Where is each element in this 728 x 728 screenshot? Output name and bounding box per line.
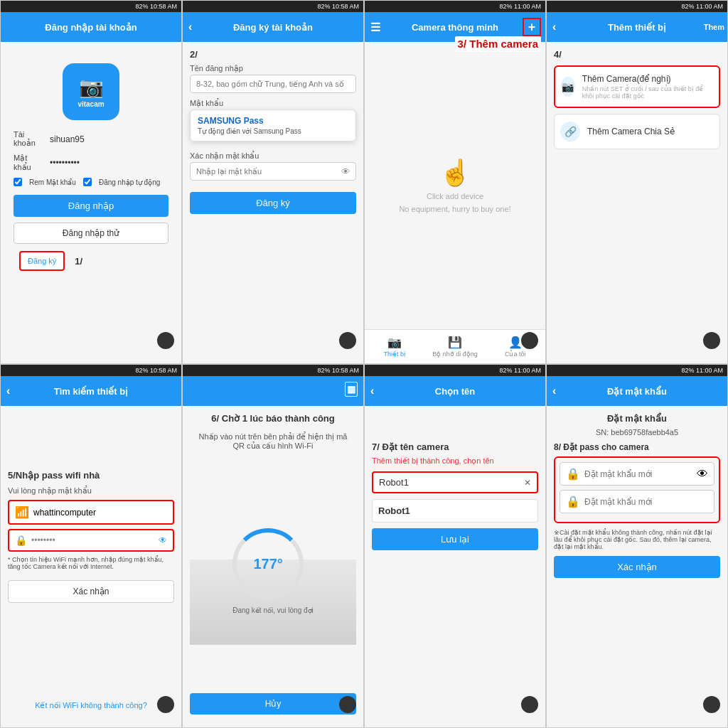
set-pass-title: Đặt mật khẩu xyxy=(554,413,720,424)
home-button-2[interactable] xyxy=(339,332,356,349)
hand-icon: ☝ xyxy=(439,158,471,188)
panel-camera: 82% 11:00 AM ☰ Camera thông minh + 3/ Th… xyxy=(364,0,546,364)
connecting-desc: Nhấp vào nút trên bên phải để hiện thị m… xyxy=(190,427,356,456)
home-button-3[interactable] xyxy=(521,332,538,349)
register-row: Đăng ký 1/ xyxy=(8,248,174,279)
hamburger-icon[interactable]: ☰ xyxy=(370,21,380,34)
connecting-header: ▦ xyxy=(183,376,363,406)
set-password-header: ‹ Đặt mật khẩu xyxy=(547,376,727,406)
step2-label: 2/ xyxy=(190,49,356,60)
warning-text: ※Cài đặt mật khẩu không thành công, nhấn… xyxy=(554,529,720,550)
login-header: Đăng nhập tài khoản xyxy=(1,12,181,42)
confirm-wifi-button[interactable]: Xác nhận xyxy=(8,580,174,603)
wifi-fail-link[interactable]: Kết nối WiFi không thành công? xyxy=(1,701,181,710)
register-header: ‹ Đăng ký tài khoản xyxy=(183,12,363,42)
step8-label: 8/ Đặt pass cho camera xyxy=(554,442,720,452)
step7-label: 7/ Đặt tên camera xyxy=(372,441,538,452)
logo-camera-icon: 📷 xyxy=(79,75,104,99)
connecting-text: Đang kết nối, vui lòng đợi xyxy=(232,606,314,614)
confirm-password-button[interactable]: Xác nhận xyxy=(554,556,720,578)
register-content: 2/ Tên đăng nhập Mật khẩu SAMSUNG Pass T… xyxy=(183,42,363,363)
step6-label: 6/ Chờ 1 lúc báo thành công xyxy=(190,413,356,424)
home-button-6[interactable] xyxy=(339,696,356,713)
step4-label: 4/ xyxy=(554,49,720,60)
clear-icon[interactable]: ✕ xyxy=(524,478,531,488)
account-row: Tài khoản sihuan95 xyxy=(8,127,174,151)
panel-search-device: 82% 10:58 AM ‹ Tìm kiếm thiết bị 5/Nhập … xyxy=(0,364,182,728)
share-camera-option[interactable]: 🔗 Thêm Camera Chia Sẻ xyxy=(554,114,720,149)
panel-connecting: 82% 10:58 AM ▦ 6/ Chờ 1 lúc báo thành cô… xyxy=(182,364,364,728)
confirm-password-input[interactable] xyxy=(190,162,356,181)
choose-name-content: 7/ Đặt tên camera Thêm thiết bị thành cô… xyxy=(365,406,545,727)
back-button-4[interactable]: ‹ xyxy=(552,21,556,33)
add-device-content: 4/ 📷 Thêm Camera(để nghị) Nhấn nút SET ở… xyxy=(547,42,727,363)
status-bar-5: 82% 10:58 AM xyxy=(1,365,181,376)
confirm-group: Xác nhận mật khẩu 👁 xyxy=(190,151,356,181)
rem-password-checkbox[interactable] xyxy=(14,178,22,186)
new-pass-row-2: 🔒 xyxy=(560,490,714,513)
new-password-input-1[interactable] xyxy=(584,469,692,479)
username-input[interactable] xyxy=(190,75,356,93)
login-button[interactable]: Đăng nhập xyxy=(14,195,168,217)
password-group: Mật khẩu SAMSUNG Pass Tự động điền với S… xyxy=(190,99,356,146)
cancel-button[interactable]: Hủy xyxy=(190,693,356,714)
panel-add-device: 82% 11:00 AM ‹ Thêm thiết bị Them 4/ 📷 T… xyxy=(546,0,728,364)
new-password-input-2[interactable] xyxy=(584,497,708,507)
password-inputs-section: 🔒 👁 🔒 xyxy=(554,456,720,523)
wifi-prompt: Vui lòng nhập mật khẩu xyxy=(8,486,174,496)
register-submit-button[interactable]: Đăng ký xyxy=(190,192,356,214)
lock-icon-2: 🔒 xyxy=(566,495,580,508)
wifi-pass-row[interactable]: 🔒 •••••••• 👁 xyxy=(8,529,174,552)
login-content: 📷 vitacam Tài khoản sihuan95 Mật khẩu ••… xyxy=(1,42,181,363)
eye-icon: 👁 xyxy=(341,166,350,177)
cancel-wrapper: Hủy xyxy=(183,687,363,727)
back-button-7[interactable]: ‹ xyxy=(370,385,374,397)
username-group: Tên đăng nhập xyxy=(190,64,356,93)
wifi-icon: 📶 xyxy=(15,505,29,519)
home-button-7[interactable] xyxy=(521,696,538,713)
home-button[interactable] xyxy=(157,332,174,349)
add-camera-option[interactable]: 📷 Thêm Camera(để nghị) Nhấn nút SET ở cu… xyxy=(554,65,720,108)
tab-devices[interactable]: 📷 Thiết bị xyxy=(365,333,425,360)
show-pass-icon[interactable]: 👁 xyxy=(159,535,167,545)
storage-icon: 💾 xyxy=(448,336,462,349)
devices-icon: 📷 xyxy=(387,336,402,349)
trial-login-button[interactable]: Đăng nhập thử xyxy=(14,223,168,244)
status-bar-8: 82% 11:00 AM xyxy=(547,365,727,376)
lock-icon: 🔒 xyxy=(15,535,27,546)
panel-login: 82% 10:58 AM Đăng nhập tài khoản 📷 vitac… xyxy=(0,0,182,364)
back-button-2[interactable]: ‹ xyxy=(188,21,192,33)
lock-icon-1: 🔒 xyxy=(566,467,580,481)
home-button-4[interactable] xyxy=(703,332,720,349)
tab-storage[interactable]: 💾 Bộ nhớ di động xyxy=(425,333,486,360)
device-name-input[interactable] xyxy=(379,477,520,488)
wifi-name-row: 📶 whattincomputer xyxy=(8,500,174,525)
vitacam-logo: 📷 vitacam xyxy=(63,63,119,120)
home-button-8[interactable] xyxy=(703,696,720,713)
empty-state: ☝ Click add device No equipment, hurry t… xyxy=(365,42,545,329)
samsung-pass-popup: SAMSUNG Pass Tự động điền với Samsung Pa… xyxy=(190,109,356,141)
auto-login-checkbox[interactable] xyxy=(83,178,92,186)
back-button-5[interactable]: ‹ xyxy=(6,385,10,397)
choose-name-header: ‹ Chọn tên xyxy=(365,376,545,406)
new-pass-row-1: 🔒 👁 xyxy=(560,462,714,486)
wifi-hint: * Chọn tín hiệu WiFi mạnh hơn, nhập đúng… xyxy=(8,556,174,570)
register-button[interactable]: Đăng ký xyxy=(19,251,65,271)
status-bar-6: 82% 10:58 AM xyxy=(183,365,363,376)
success-hint: Thêm thiết bị thành công, chọn tên xyxy=(372,456,538,466)
search-content: 5/Nhập pass wifi nhà Vui lòng nhập mật k… xyxy=(1,406,181,727)
password-row: Mật khẩu •••••••••• xyxy=(8,151,174,175)
option1-content: Thêm Camera(để nghị) Nhấn nút SET ở cuối… xyxy=(582,74,713,100)
qr-icon: ▦ xyxy=(345,382,358,397)
save-name-button[interactable]: Lưu lại xyxy=(372,528,538,550)
progress-wrapper: 177° Đang kết nối, vui lòng đợi xyxy=(232,528,314,614)
home-button-5[interactable] xyxy=(157,696,174,713)
header-right-label: Them xyxy=(704,23,724,31)
camera-icon: 📷 xyxy=(561,77,575,97)
back-button-8[interactable]: ‹ xyxy=(552,385,556,397)
set-password-content: Đặt mật khẩu SN: beb69758faebb4a5 8/ Đặt… xyxy=(547,406,727,727)
status-bar-4: 82% 11:00 AM xyxy=(547,1,727,12)
panel-choose-name: 82% 11:00 AM ‹ Chọn tên 7/ Đặt tên camer… xyxy=(364,364,546,728)
add-device-button[interactable]: + xyxy=(523,18,541,36)
status-bar-2: 82% 10:58 AM xyxy=(183,1,363,12)
